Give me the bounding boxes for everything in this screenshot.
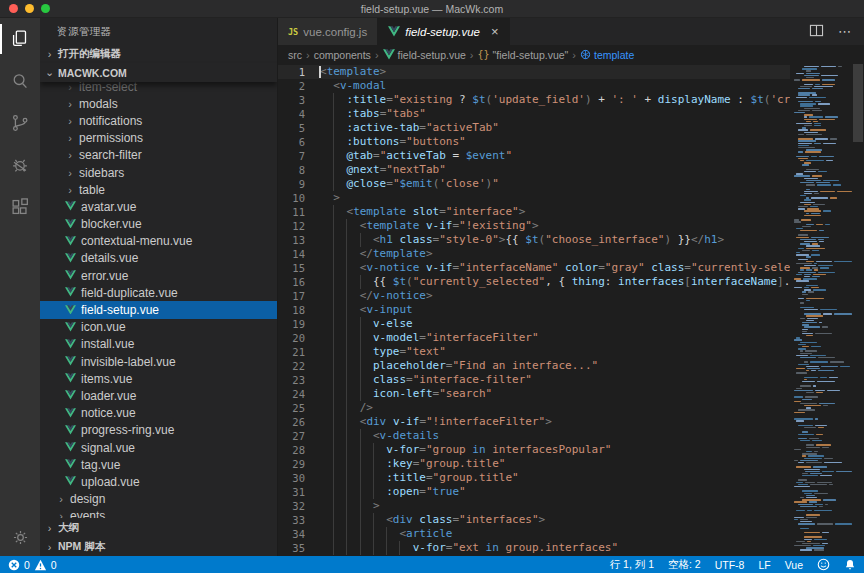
tree-item-permissions[interactable]: ›permissions: [40, 130, 277, 147]
code-line-21[interactable]: 21 type="text": [278, 345, 790, 359]
tree-item-progress-ring.vue[interactable]: progress-ring.vue: [40, 422, 277, 439]
tree-item-avatar.vue[interactable]: avatar.vue: [40, 198, 277, 215]
extensions-icon[interactable]: [0, 186, 40, 228]
code-line-5[interactable]: 5 :active-tab="activeTab": [278, 121, 790, 135]
outline-section[interactable]: › 大纲: [40, 518, 277, 537]
tree-item-field-setup.vue[interactable]: field-setup.vue: [40, 301, 277, 318]
breadcrumb-src[interactable]: src: [288, 49, 302, 61]
code-line-28[interactable]: 28 v-for="group in interfacesPopular": [278, 443, 790, 457]
encoding-setting[interactable]: UTF-8: [715, 559, 745, 571]
settings-gear-icon[interactable]: [0, 518, 40, 556]
code-line-11[interactable]: 11 <template slot="interface">: [278, 205, 790, 219]
tree-item-install.vue[interactable]: install.vue: [40, 336, 277, 353]
code-line-16[interactable]: 16 {{ $t("currently_selected", { thing: …: [278, 275, 790, 289]
language-mode[interactable]: Vue: [785, 559, 803, 571]
breadcrumb-components[interactable]: components: [314, 49, 371, 61]
code-line-4[interactable]: 4 :tabs="tabs": [278, 107, 790, 121]
code-line-30[interactable]: 30 :title="group.title": [278, 471, 790, 485]
code-line-34[interactable]: 34 <article: [278, 527, 790, 541]
tree-item-tag.vue[interactable]: tag.vue: [40, 456, 277, 473]
split-editor-icon[interactable]: [809, 23, 824, 41]
code-line-32[interactable]: 32 >: [278, 499, 790, 513]
explorer-icon[interactable]: [0, 18, 40, 60]
code-line-12[interactable]: 12 <template v-if="!existing">: [278, 219, 790, 233]
code-line-9[interactable]: 9 @close="$emit('close')": [278, 177, 790, 191]
tree-item-signal.vue[interactable]: signal.vue: [40, 439, 277, 456]
tree-item-sidebars[interactable]: ›sidebars: [40, 164, 277, 181]
indent-guide: [346, 219, 347, 233]
editor-scrollbar[interactable]: [852, 64, 864, 556]
tree-item-error.vue[interactable]: error.vue: [40, 267, 277, 284]
breadcrumb-file-symbol[interactable]: {} "field-setup.vue": [478, 49, 569, 61]
tree-item-icon.vue[interactable]: icon.vue: [40, 319, 277, 336]
maximize-window-button[interactable]: [41, 4, 50, 13]
npm-scripts-section[interactable]: › NPM 脚本: [40, 537, 277, 556]
code-line-17[interactable]: 17 </v-notice>: [278, 289, 790, 303]
breadcrumb-file[interactable]: field-setup.vue: [383, 49, 466, 61]
tree-item-search-filter[interactable]: ›search-filter: [40, 147, 277, 164]
eol-setting[interactable]: LF: [758, 559, 770, 571]
tree-item-notice.vue[interactable]: notice.vue: [40, 405, 277, 422]
tree-item-field-duplicate.vue[interactable]: field-duplicate.vue: [40, 284, 277, 301]
code-line-31[interactable]: 31 :open="true": [278, 485, 790, 499]
minimap[interactable]: [790, 64, 852, 556]
close-window-button[interactable]: [9, 4, 18, 13]
tree-item-item-select[interactable]: ›item-select: [40, 82, 277, 95]
code-line-10[interactable]: 10 >: [278, 191, 790, 205]
cursor-position[interactable]: 行 1, 列 1: [610, 558, 654, 572]
code-line-35[interactable]: 35 v-for="ext in group.interfaces": [278, 541, 790, 555]
feedback-smiley-icon[interactable]: [817, 558, 830, 571]
code-line-27[interactable]: 27 <v-details: [278, 429, 790, 443]
tree-item-contextual-menu.vue[interactable]: contextual-menu.vue: [40, 233, 277, 250]
errors-indicator[interactable]: 0: [8, 559, 30, 571]
tree-item-invisible-label.vue[interactable]: invisible-label.vue: [40, 353, 277, 370]
code-editor[interactable]: 1<template>2 <v-modal3 :title="existing …: [278, 64, 790, 556]
tab-vue-config-js[interactable]: JS vue.config.js: [278, 18, 378, 45]
tree-item-upload.vue[interactable]: upload.vue: [40, 473, 277, 490]
tree-item-events[interactable]: ›events: [40, 508, 277, 518]
code-line-19[interactable]: 19 v-else: [278, 317, 790, 331]
code-line-25[interactable]: 25 />: [278, 401, 790, 415]
code-line-7[interactable]: 7 @tab="activeTab = $event": [278, 149, 790, 163]
code-line-8[interactable]: 8 @next="nextTab": [278, 163, 790, 177]
code-line-13[interactable]: 13 <h1 class="style-0">{{ $t("choose_int…: [278, 233, 790, 247]
indentation-setting[interactable]: 空格: 2: [668, 558, 701, 572]
code-line-23[interactable]: 23 class="interface-filter": [278, 373, 790, 387]
code-line-6[interactable]: 6 :buttons="buttons": [278, 135, 790, 149]
warnings-indicator[interactable]: 0: [34, 559, 57, 571]
project-section-header[interactable]: ⌄ MACWK.COM: [40, 63, 277, 82]
code-line-33[interactable]: 33 <div class="interfaces">: [278, 513, 790, 527]
code-line-26[interactable]: 26 <div v-if="!interfaceFilter">: [278, 415, 790, 429]
vue-file-icon: [65, 425, 77, 436]
code-line-29[interactable]: 29 :key="group.title": [278, 457, 790, 471]
code-line-20[interactable]: 20 v-model="interfaceFilter": [278, 331, 790, 345]
breadcrumb-template-symbol[interactable]: template: [580, 49, 634, 61]
minimize-window-button[interactable]: [25, 4, 34, 13]
more-actions-icon[interactable]: ⋯: [838, 24, 852, 39]
code-line-3[interactable]: 3 :title="existing ? $t('update_field') …: [278, 93, 790, 107]
debug-icon[interactable]: [0, 144, 40, 186]
code-line-1[interactable]: 1<template>: [278, 65, 790, 79]
tree-item-notifications[interactable]: ›notifications: [40, 112, 277, 129]
indent-guide: [373, 513, 374, 527]
code-line-18[interactable]: 18 <v-input: [278, 303, 790, 317]
notifications-bell-icon[interactable]: [844, 558, 856, 571]
close-tab-icon[interactable]: ×: [491, 24, 499, 39]
code-line-14[interactable]: 14 </template>: [278, 247, 790, 261]
tree-item-modals[interactable]: ›modals: [40, 95, 277, 112]
open-editors-section[interactable]: › 打开的编辑器: [40, 44, 277, 63]
search-icon[interactable]: [0, 60, 40, 102]
code-line-15[interactable]: 15 <v-notice v-if="interfaceName" color=…: [278, 261, 790, 275]
scrollbar-thumb[interactable]: [853, 64, 863, 142]
source-control-icon[interactable]: [0, 102, 40, 144]
tree-item-details.vue[interactable]: details.vue: [40, 250, 277, 267]
code-line-2[interactable]: 2 <v-modal: [278, 79, 790, 93]
tree-item-items.vue[interactable]: items.vue: [40, 370, 277, 387]
code-line-24[interactable]: 24 icon-left="search": [278, 387, 790, 401]
tree-item-blocker.vue[interactable]: blocker.vue: [40, 216, 277, 233]
tab-field-setup-vue[interactable]: field-setup.vue ×: [378, 18, 509, 45]
tree-item-table[interactable]: ›table: [40, 181, 277, 198]
code-line-22[interactable]: 22 placeholder="Find an interface...": [278, 359, 790, 373]
tree-item-loader.vue[interactable]: loader.vue: [40, 387, 277, 404]
tree-item-design[interactable]: ›design: [40, 491, 277, 508]
